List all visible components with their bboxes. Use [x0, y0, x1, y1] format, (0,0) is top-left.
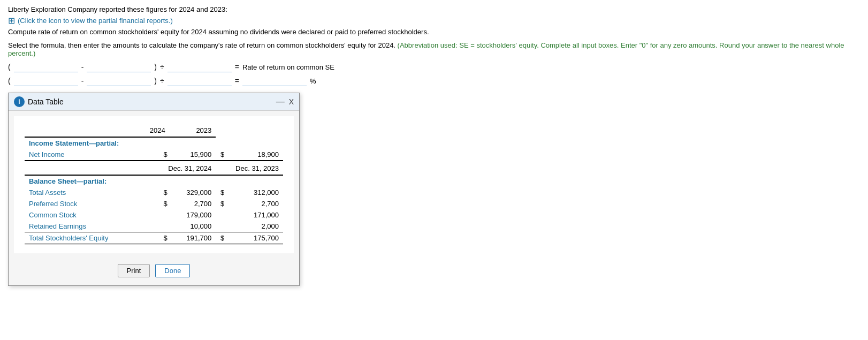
minimize-button[interactable]: —: [276, 97, 285, 106]
open-paren-1: (: [8, 63, 11, 71]
total-assets-val-2023: 312,000: [226, 187, 283, 198]
formula-label: Rate of return on common SE: [242, 63, 334, 71]
balance-date-2023: Dec. 31, 2023: [216, 161, 283, 175]
net-income-label: Net Income: [25, 149, 146, 161]
net-income-val-2023: 18,900: [226, 149, 283, 161]
modal-footer: Print Done: [9, 259, 299, 285]
modal-window: i Data Table — X 2024 2023: [8, 93, 300, 286]
divide-2: ÷: [160, 77, 164, 85]
retained-earnings-row: Retained Earnings 10,000 2,000: [25, 221, 283, 232]
total-equity-dollar-2023: $: [216, 232, 226, 245]
income-section-label: Income Statement—partial:: [25, 137, 216, 149]
total-assets-val-2024: 329,000: [170, 187, 216, 198]
col-header-2024: 2024: [146, 124, 170, 137]
link-text[interactable]: (Click the icon to view the partial fina…: [18, 17, 173, 25]
preferred-stock-label: Preferred Stock: [25, 198, 146, 209]
link-row: ⊞ (Click the icon to view the partial fi…: [8, 16, 860, 26]
retained-earnings-dollar-2023: [216, 221, 226, 232]
income-section-header: Income Statement—partial:: [25, 137, 283, 149]
open-paren-2: (: [8, 77, 11, 85]
preferred-stock-dollar-2024: $: [146, 198, 170, 209]
retained-earnings-val-2024: 10,000: [170, 221, 216, 232]
preferred-stock-val-2023: 2,700: [226, 198, 283, 209]
formula-input-2a[interactable]: [14, 75, 78, 86]
formula-input-1b[interactable]: [87, 62, 151, 72]
modal-controls: — X: [276, 97, 294, 106]
percent-label: %: [310, 77, 316, 85]
common-stock-dollar-2024: [146, 209, 170, 221]
total-equity-val-2023: 175,700: [226, 232, 283, 245]
total-equity-label: Total Stockholders' Equity: [25, 232, 146, 245]
done-button[interactable]: Done: [155, 264, 190, 277]
formula-section: ( - ) ÷ = Rate of return on common SE ( …: [8, 62, 860, 86]
formula-row-2: ( - ) ÷ = %: [8, 75, 860, 86]
compute-text: Compute rate of return on common stockho…: [8, 28, 860, 36]
common-stock-dollar-2023: [216, 209, 226, 221]
modal-title-bar: i Data Table — X: [9, 93, 299, 111]
formula-row-1: ( - ) ÷ = Rate of return on common SE: [8, 62, 860, 72]
total-equity-dollar-2024: $: [146, 232, 170, 245]
net-income-val-2024: 15,900: [170, 149, 216, 161]
formula-input-2b[interactable]: [87, 75, 151, 86]
common-stock-val-2023: 171,000: [226, 209, 283, 221]
modal-title-left: i Data Table: [14, 96, 64, 107]
common-stock-label: Common Stock: [25, 209, 146, 221]
close-paren-1: ): [154, 63, 157, 71]
balance-section-header: Balance Sheet—partial:: [25, 175, 283, 187]
data-table: 2024 2023 Income Statement—partial: Net …: [25, 124, 283, 245]
divide-1: ÷: [160, 63, 164, 71]
formula-instruction: Select the formula, then enter the amoun…: [8, 41, 860, 57]
close-paren-2: ): [154, 77, 157, 85]
intro-text: Liberty Exploration Company reported the…: [8, 5, 860, 13]
balance-date-header-row: Dec. 31, 2024 Dec. 31, 2023: [25, 161, 283, 175]
result-input[interactable]: [242, 75, 307, 86]
retained-earnings-dollar-2024: [146, 221, 170, 232]
retained-earnings-label: Retained Earnings: [25, 221, 146, 232]
col-header-2023: 2023: [170, 124, 216, 137]
modal-overlay: i Data Table — X 2024 2023: [8, 93, 860, 286]
formula-input-1c[interactable]: [167, 62, 232, 72]
common-stock-val-2024: 179,000: [170, 209, 216, 221]
total-assets-dollar-2023: $: [216, 187, 226, 198]
preferred-stock-dollar-2023: $: [216, 198, 226, 209]
common-stock-row: Common Stock 179,000 171,000: [25, 209, 283, 221]
net-income-dollar-2024: $: [146, 149, 170, 161]
total-assets-row: Total Assets $ 329,000 $ 312,000: [25, 187, 283, 198]
modal-title-text: Data Table: [28, 97, 64, 106]
info-icon: i: [14, 96, 25, 107]
balance-section-label: Balance Sheet—partial:: [25, 175, 283, 187]
close-button[interactable]: X: [289, 97, 294, 106]
retained-earnings-val-2023: 2,000: [226, 221, 283, 232]
total-equity-row: Total Stockholders' Equity $ 191,700 $ 1…: [25, 232, 283, 245]
print-button[interactable]: Print: [118, 264, 150, 277]
net-income-row: Net Income $ 15,900 $ 18,900: [25, 149, 283, 161]
modal-body: 2024 2023 Income Statement—partial: Net …: [14, 116, 294, 253]
formula-input-1a[interactable]: [14, 62, 78, 72]
table-header-row: 2024 2023: [25, 124, 283, 137]
minus-2: -: [81, 77, 84, 85]
grid-icon[interactable]: ⊞: [8, 16, 15, 26]
preferred-stock-row: Preferred Stock $ 2,700 $ 2,700: [25, 198, 283, 209]
total-equity-val-2024: 191,700: [170, 232, 216, 245]
total-assets-label: Total Assets: [25, 187, 146, 198]
preferred-stock-val-2024: 2,700: [170, 198, 216, 209]
balance-date-2024: Dec. 31, 2024: [146, 161, 216, 175]
equals-2: =: [235, 77, 239, 85]
minus-1: -: [81, 63, 84, 71]
equals-1: =: [235, 63, 239, 71]
net-income-dollar-2023: $: [216, 149, 226, 161]
formula-input-2c[interactable]: [167, 75, 232, 86]
balance-date-empty: [25, 161, 146, 175]
col-header-label: [25, 124, 146, 137]
total-assets-dollar-2024: $: [146, 187, 170, 198]
